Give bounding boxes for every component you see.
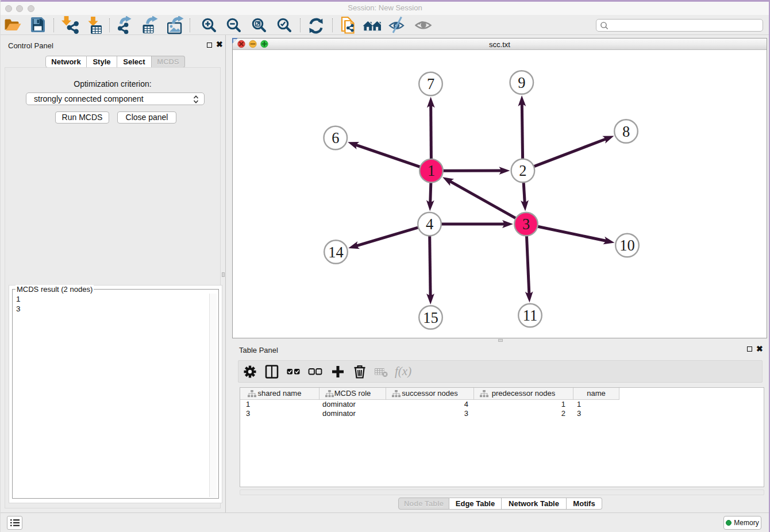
svg-text:f(x): f(x): [395, 364, 411, 378]
svg-text:14: 14: [328, 244, 344, 261]
svg-text:15: 15: [423, 309, 438, 326]
svg-text:10: 10: [619, 237, 635, 254]
svg-text:6: 6: [332, 129, 339, 147]
svg-text:4: 4: [426, 215, 433, 233]
svg-text:9: 9: [518, 74, 525, 91]
svg-text:8: 8: [622, 123, 630, 140]
svg-text:11: 11: [523, 307, 538, 324]
svg-text:2: 2: [519, 162, 526, 179]
svg-text:7: 7: [427, 75, 434, 92]
svg-text:1: 1: [428, 162, 435, 179]
svg-text:3: 3: [522, 215, 530, 233]
